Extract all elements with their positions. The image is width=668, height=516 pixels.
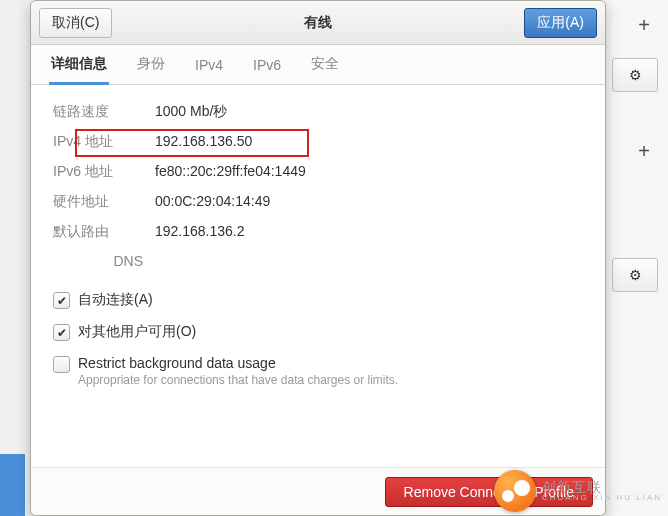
tab-ipv4[interactable]: IPv4 — [193, 49, 225, 85]
cancel-button[interactable]: 取消(C) — [39, 8, 112, 38]
dialog-footer: Remove Connection Profile — [31, 467, 605, 515]
add-icon[interactable]: + — [638, 140, 650, 163]
restrict-bg-row: Restrict background data usage Appropria… — [53, 355, 583, 387]
link-speed-label: 链路速度 — [53, 103, 143, 121]
settings-button-bg-2[interactable]: ⚙ — [612, 258, 658, 292]
restrict-bg-text[interactable]: Restrict background data usage Appropria… — [78, 355, 398, 387]
gear-icon: ⚙ — [629, 67, 642, 83]
wired-connection-dialog: 取消(C) 有线 应用(A) 详细信息 身份 IPv4 IPv6 安全 链路速度… — [30, 0, 606, 516]
tab-security[interactable]: 安全 — [309, 47, 341, 85]
auto-connect-checkbox[interactable] — [53, 292, 70, 309]
remove-profile-button[interactable]: Remove Connection Profile — [385, 477, 593, 507]
background-right-panel: + ⚙ + ⚙ — [598, 0, 668, 516]
ipv4-address-label: IPv4 地址 — [53, 133, 143, 151]
restrict-bg-label: Restrict background data usage — [78, 355, 398, 371]
dialog-title: 有线 — [31, 14, 605, 32]
dns-label: DNS — [53, 253, 143, 269]
dialog-content: 链路速度 1000 Mb/秒 IPv4 地址 192.168.136.50 IP… — [31, 85, 605, 467]
available-all-checkbox[interactable] — [53, 324, 70, 341]
add-icon[interactable]: + — [638, 14, 650, 37]
restrict-bg-checkbox[interactable] — [53, 356, 70, 373]
auto-connect-row: 自动连接(A) — [53, 291, 583, 309]
auto-connect-label[interactable]: 自动连接(A) — [78, 291, 153, 309]
gear-icon: ⚙ — [629, 267, 642, 283]
available-all-row: 对其他用户可用(O) — [53, 323, 583, 341]
hardware-address-value: 00:0C:29:04:14:49 — [155, 193, 583, 209]
details-grid: 链路速度 1000 Mb/秒 IPv4 地址 192.168.136.50 IP… — [53, 103, 583, 269]
apply-button[interactable]: 应用(A) — [524, 8, 597, 38]
hardware-address-label: 硬件地址 — [53, 193, 143, 211]
tab-identity[interactable]: 身份 — [135, 47, 167, 85]
default-route-label: 默认路由 — [53, 223, 143, 241]
tab-details[interactable]: 详细信息 — [49, 47, 109, 85]
background-selection-highlight — [0, 454, 25, 516]
ipv4-address-value: 192.168.136.50 — [155, 133, 583, 149]
options-group: 自动连接(A) 对其他用户可用(O) Restrict background d… — [53, 291, 583, 387]
dialog-tabs: 详细信息 身份 IPv4 IPv6 安全 — [31, 45, 605, 85]
ipv6-address-value: fe80::20c:29ff:fe04:1449 — [155, 163, 583, 179]
tab-ipv6[interactable]: IPv6 — [251, 49, 283, 85]
available-all-label[interactable]: 对其他用户可用(O) — [78, 323, 196, 341]
restrict-bg-sublabel: Appropriate for connections that have da… — [78, 373, 398, 387]
dialog-titlebar: 取消(C) 有线 应用(A) — [31, 1, 605, 45]
default-route-value: 192.168.136.2 — [155, 223, 583, 239]
ipv6-address-label: IPv6 地址 — [53, 163, 143, 181]
link-speed-value: 1000 Mb/秒 — [155, 103, 583, 121]
settings-button-bg-1[interactable]: ⚙ — [612, 58, 658, 92]
